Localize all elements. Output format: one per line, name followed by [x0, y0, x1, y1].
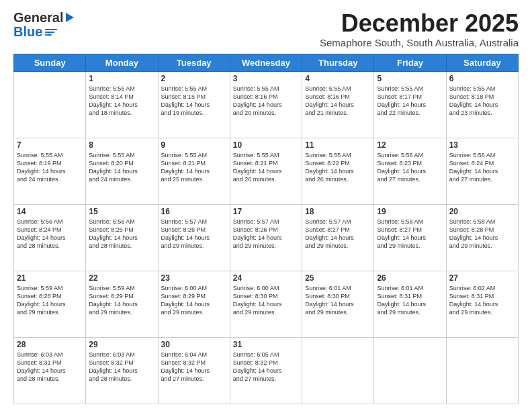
- logo-line-1: [45, 29, 57, 30]
- weekday-header-wednesday: Wednesday: [230, 54, 302, 71]
- day-info: Sunrise: 6:04 AM Sunset: 8:32 PM Dayligh…: [161, 351, 227, 383]
- day-info: Sunrise: 5:57 AM Sunset: 8:26 PM Dayligh…: [233, 218, 299, 250]
- calendar-cell: 17Sunrise: 5:57 AM Sunset: 8:26 PM Dayli…: [230, 204, 302, 271]
- day-info: Sunrise: 5:57 AM Sunset: 8:27 PM Dayligh…: [305, 218, 371, 250]
- day-number: 11: [305, 140, 371, 150]
- day-number: 23: [161, 273, 227, 283]
- day-info: Sunrise: 5:55 AM Sunset: 8:15 PM Dayligh…: [161, 85, 227, 118]
- week-row-4: 21Sunrise: 5:59 AM Sunset: 8:28 PM Dayli…: [14, 271, 519, 337]
- day-info: Sunrise: 5:55 AM Sunset: 8:20 PM Dayligh…: [89, 151, 154, 184]
- day-info: Sunrise: 6:01 AM Sunset: 8:30 PM Dayligh…: [305, 284, 371, 317]
- calendar-cell: 31Sunrise: 6:05 AM Sunset: 8:32 PM Dayli…: [230, 337, 302, 404]
- calendar-table: SundayMondayTuesdayWednesdayThursdayFrid…: [13, 54, 519, 404]
- day-number: 20: [449, 207, 515, 216]
- calendar-cell: 5Sunrise: 5:55 AM Sunset: 8:17 PM Daylig…: [374, 71, 446, 138]
- day-number: 3: [233, 74, 299, 83]
- page: General Blue December 2025 Semaphore Sou…: [0, 0, 532, 411]
- day-number: 2: [161, 74, 227, 83]
- day-number: 14: [17, 207, 83, 216]
- day-info: Sunrise: 5:55 AM Sunset: 8:17 PM Dayligh…: [377, 85, 443, 118]
- logo: General Blue: [13, 10, 75, 40]
- calendar-cell: 23Sunrise: 6:00 AM Sunset: 8:29 PM Dayli…: [158, 271, 230, 337]
- calendar-cell: 1Sunrise: 5:55 AM Sunset: 8:14 PM Daylig…: [86, 71, 158, 138]
- day-number: 28: [17, 340, 83, 349]
- calendar-cell: 30Sunrise: 6:04 AM Sunset: 8:32 PM Dayli…: [158, 337, 230, 404]
- day-number: 12: [377, 140, 443, 150]
- weekday-header-tuesday: Tuesday: [158, 54, 230, 71]
- calendar-cell: 3Sunrise: 5:55 AM Sunset: 8:16 PM Daylig…: [230, 71, 302, 138]
- day-info: Sunrise: 5:58 AM Sunset: 8:28 PM Dayligh…: [449, 218, 515, 250]
- day-number: 25: [305, 273, 371, 283]
- svg-marker-0: [66, 13, 74, 22]
- calendar-cell: 13Sunrise: 5:56 AM Sunset: 8:24 PM Dayli…: [446, 138, 518, 204]
- calendar-cell: 6Sunrise: 5:55 AM Sunset: 8:18 PM Daylig…: [446, 71, 518, 138]
- day-number: 27: [449, 273, 515, 283]
- weekday-header-thursday: Thursday: [302, 54, 374, 71]
- week-row-3: 14Sunrise: 5:56 AM Sunset: 8:24 PM Dayli…: [14, 204, 519, 271]
- calendar-cell: 20Sunrise: 5:58 AM Sunset: 8:28 PM Dayli…: [446, 204, 518, 271]
- calendar-cell: 10Sunrise: 5:55 AM Sunset: 8:21 PM Dayli…: [230, 138, 302, 204]
- week-row-2: 7Sunrise: 5:55 AM Sunset: 8:19 PM Daylig…: [14, 138, 519, 204]
- day-info: Sunrise: 6:03 AM Sunset: 8:31 PM Dayligh…: [17, 351, 83, 383]
- day-info: Sunrise: 5:55 AM Sunset: 8:16 PM Dayligh…: [233, 85, 299, 118]
- day-number: 6: [449, 74, 515, 83]
- day-info: Sunrise: 6:00 AM Sunset: 8:29 PM Dayligh…: [161, 284, 227, 317]
- day-number: 7: [17, 140, 83, 150]
- week-row-1: 1Sunrise: 5:55 AM Sunset: 8:14 PM Daylig…: [14, 71, 519, 138]
- day-number: 17: [233, 207, 299, 216]
- day-info: Sunrise: 5:59 AM Sunset: 8:28 PM Dayligh…: [17, 284, 83, 317]
- day-number: 19: [377, 207, 443, 216]
- week-row-5: 28Sunrise: 6:03 AM Sunset: 8:31 PM Dayli…: [14, 337, 519, 404]
- weekday-header-friday: Friday: [374, 54, 446, 71]
- logo-lines: [45, 29, 57, 36]
- weekday-header-saturday: Saturday: [446, 54, 518, 71]
- day-number: 18: [305, 207, 371, 216]
- calendar-cell: 19Sunrise: 5:58 AM Sunset: 8:27 PM Dayli…: [374, 204, 446, 271]
- day-info: Sunrise: 6:02 AM Sunset: 8:31 PM Dayligh…: [449, 284, 515, 317]
- calendar-cell: 27Sunrise: 6:02 AM Sunset: 8:31 PM Dayli…: [446, 271, 518, 337]
- day-info: Sunrise: 5:59 AM Sunset: 8:29 PM Dayligh…: [89, 284, 154, 317]
- calendar-cell: 29Sunrise: 6:03 AM Sunset: 8:32 PM Dayli…: [86, 337, 158, 404]
- calendar-cell: 24Sunrise: 6:00 AM Sunset: 8:30 PM Dayli…: [230, 271, 302, 337]
- calendar-cell: 2Sunrise: 5:55 AM Sunset: 8:15 PM Daylig…: [158, 71, 230, 138]
- calendar-cell: [14, 71, 86, 138]
- logo-line-2: [45, 32, 54, 33]
- day-number: 31: [233, 340, 299, 349]
- month-title: December 2025: [320, 10, 519, 37]
- weekday-header-sunday: Sunday: [14, 54, 86, 71]
- calendar-cell: 8Sunrise: 5:55 AM Sunset: 8:20 PM Daylig…: [86, 138, 158, 204]
- day-info: Sunrise: 6:03 AM Sunset: 8:32 PM Dayligh…: [89, 351, 154, 383]
- day-info: Sunrise: 6:00 AM Sunset: 8:30 PM Dayligh…: [233, 284, 299, 317]
- calendar-cell: 12Sunrise: 5:56 AM Sunset: 8:23 PM Dayli…: [374, 138, 446, 204]
- calendar-cell: 18Sunrise: 5:57 AM Sunset: 8:27 PM Dayli…: [302, 204, 374, 271]
- calendar-cell: 9Sunrise: 5:55 AM Sunset: 8:21 PM Daylig…: [158, 138, 230, 204]
- day-number: 21: [17, 273, 83, 283]
- calendar-cell: 28Sunrise: 6:03 AM Sunset: 8:31 PM Dayli…: [14, 337, 86, 404]
- calendar-cell: 7Sunrise: 5:55 AM Sunset: 8:19 PM Daylig…: [14, 138, 86, 204]
- logo-blue-text: Blue: [13, 24, 42, 40]
- day-number: 13: [449, 140, 515, 150]
- calendar-cell: [374, 337, 446, 404]
- calendar-cell: 11Sunrise: 5:55 AM Sunset: 8:22 PM Dayli…: [302, 138, 374, 204]
- day-number: 1: [89, 74, 154, 83]
- calendar-cell: [446, 337, 518, 404]
- logo-flag-icon: [64, 12, 75, 23]
- subtitle: Semaphore South, South Australia, Austra…: [320, 37, 519, 48]
- day-info: Sunrise: 5:55 AM Sunset: 8:21 PM Dayligh…: [161, 151, 227, 184]
- day-info: Sunrise: 5:57 AM Sunset: 8:26 PM Dayligh…: [161, 218, 227, 250]
- day-info: Sunrise: 5:55 AM Sunset: 8:21 PM Dayligh…: [233, 151, 299, 184]
- weekday-header-row: SundayMondayTuesdayWednesdayThursdayFrid…: [14, 54, 519, 71]
- logo-general-text: General: [13, 10, 63, 26]
- calendar-cell: 26Sunrise: 6:01 AM Sunset: 8:31 PM Dayli…: [374, 271, 446, 337]
- day-number: 22: [89, 273, 154, 283]
- day-info: Sunrise: 6:05 AM Sunset: 8:32 PM Dayligh…: [233, 351, 299, 383]
- calendar-cell: 16Sunrise: 5:57 AM Sunset: 8:26 PM Dayli…: [158, 204, 230, 271]
- calendar-cell: 22Sunrise: 5:59 AM Sunset: 8:29 PM Dayli…: [86, 271, 158, 337]
- calendar-cell: 14Sunrise: 5:56 AM Sunset: 8:24 PM Dayli…: [14, 204, 86, 271]
- title-block: December 2025 Semaphore South, South Aus…: [320, 10, 519, 48]
- day-number: 24: [233, 273, 299, 283]
- day-number: 10: [233, 140, 299, 150]
- logo-line-3: [45, 34, 52, 36]
- day-info: Sunrise: 5:56 AM Sunset: 8:24 PM Dayligh…: [17, 218, 83, 250]
- calendar-cell: [302, 337, 374, 404]
